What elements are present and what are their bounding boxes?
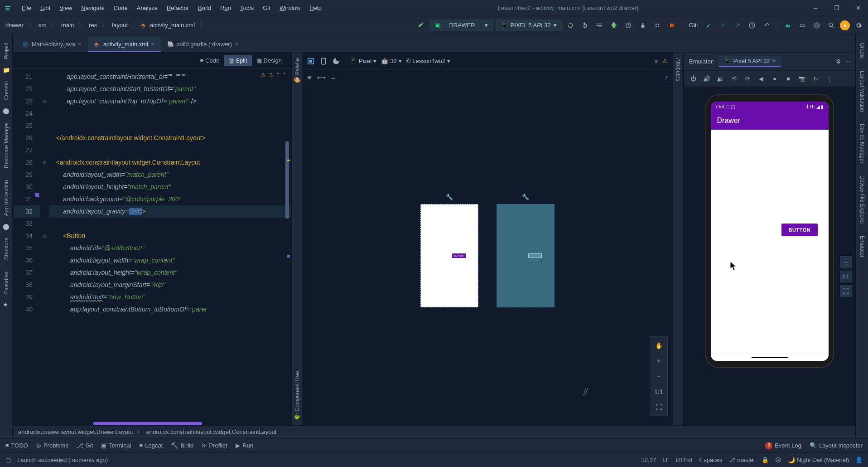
reload-emu-icon[interactable]: ↻ [810,74,820,84]
status-inspection-icon[interactable]: 👤 [855,457,863,463]
editor-breadcrumb-item[interactable]: androidx.drawerlayout.widget.DrawerLayou… [18,428,133,435]
design-surface[interactable]: 🔧 BUTTON 🔧 ⫽ [302,86,672,425]
run-config-dropdown[interactable]: ▣ DRAWER ▾ [429,19,493,31]
horizontal-scrollbar[interactable] [93,422,202,425]
breadcrumb-item[interactable]: main [59,21,76,29]
avd-icon[interactable]: ▭ [796,19,808,31]
layout-preview-light[interactable]: 🔧 BUTTON [420,204,478,307]
phone-screen[interactable]: 7:54 ⬚ ⬚ LTE ◢ ▮ Drawer BUTTON [711,102,829,361]
device-select[interactable]: 📱 Pixel ▾ [350,58,376,64]
debug-icon[interactable] [608,19,620,31]
vertical-scrollbar[interactable] [285,141,289,219]
default-margins-icon[interactable]: ⫠ [330,74,336,81]
bottom-todo[interactable]: ≡ TODO [5,442,28,449]
zoom-reset[interactable]: 1:1 [653,386,665,398]
git-push-icon[interactable]: ↗ [732,19,743,31]
status-theme[interactable]: 🌙 Night Owl (Material) [788,457,849,463]
warning-icon[interactable]: ⚠ [662,58,668,64]
menu-file[interactable]: File [17,3,36,13]
help-icon[interactable]: ? [665,74,668,81]
emulator-device-tab[interactable]: 📱Pixel 5 API 32 × [719,56,781,67]
orientation-icon[interactable] [319,57,328,65]
wrench-icon[interactable]: 🔧 [522,194,529,200]
surface-select-icon[interactable] [307,57,315,65]
button-element-bp[interactable] [528,253,542,258]
menu-view[interactable]: View [55,3,77,13]
theme-select[interactable]: © LessonTwo2 ▾ [406,58,451,64]
menu-window[interactable]: Window [275,3,305,13]
sdk-icon[interactable] [811,19,823,31]
menu-navigate[interactable]: Navigate [77,3,109,13]
breadcrumb-item[interactable]: src [37,21,48,29]
attach-debugger-icon[interactable] [637,19,649,31]
tab-gradle[interactable]: Gradle [858,38,866,63]
profile-icon[interactable] [622,19,634,31]
maximize-button[interactable]: ❐ [830,3,843,13]
code-editor[interactable]: app:layout_constraintHorizontal_bi="" ""… [49,69,291,425]
zoom-in-icon[interactable]: ＋ [653,355,665,367]
bottom-git[interactable]: ⎇ Git [77,442,93,449]
view-code-button[interactable]: ≡ Code [196,55,224,66]
minimize-button[interactable]: ─ [810,3,821,13]
fold-gutter[interactable]: ⊟ ⊟ ⊟ [40,69,49,425]
rotate-right-icon[interactable]: ⟳ [743,74,752,84]
bottom-event-log[interactable]: 2 Event Log [765,442,801,449]
git-rollback-icon[interactable]: ↶ [761,19,772,31]
hammer-icon[interactable] [415,19,427,31]
overview-icon[interactable]: ■ [783,74,793,84]
menu-refactor[interactable]: Refactor [162,3,193,13]
bottom-profiler[interactable]: ⟳ Profiler [202,442,227,449]
menu-code[interactable]: Code [109,3,132,13]
menu-run[interactable]: Run [216,3,236,13]
zoom-fit-icon[interactable]: ⛶ [653,401,665,413]
apply-code-icon[interactable] [593,19,605,31]
git-history-icon[interactable] [746,19,758,31]
tab-emulator[interactable]: Emulator [858,231,866,262]
rotate-left-icon[interactable]: ⟲ [729,74,739,84]
menu-analyze[interactable]: Analyze [132,3,162,13]
wrench-icon[interactable]: 🔧 [446,194,453,200]
close-tab-icon[interactable]: × [78,40,82,48]
power-icon[interactable]: ⏻ [688,74,698,84]
palette-tab[interactable]: 🎨Palette [292,53,302,89]
bottom-logcat[interactable]: ≡ Logcat [140,442,163,449]
menu-tools[interactable]: Tools [236,3,258,13]
menu-edit[interactable]: Edit [36,3,55,13]
tab-favorites[interactable]: Favorites [2,267,10,298]
emu-zoom-in[interactable]: ＋ [840,256,852,268]
tab-device-file-explorer[interactable]: Device File Explorer [858,171,866,229]
app-quality-icon[interactable] [782,19,794,31]
tab-device-manager[interactable]: Device Manager [858,119,866,168]
expand-status-icon[interactable]: ▢ [5,457,11,463]
bottom-problems[interactable]: ⊘ Problems [36,442,68,449]
status-line-ending[interactable]: LF [662,457,669,463]
api-select[interactable]: 🤖 32 ▾ [381,58,401,64]
close-button[interactable]: ✕ [852,3,864,13]
rerun-icon[interactable] [564,19,576,31]
phone-content-area[interactable]: BUTTON [711,130,829,354]
zoom-out-icon[interactable]: － [653,370,665,382]
account-avatar[interactable]: ● [840,20,850,30]
status-encoding[interactable]: UTF-8 [676,457,693,463]
screenshot-icon[interactable]: 📷 [797,74,807,84]
back-icon[interactable]: ◀ [756,74,766,84]
emu-zoom-11[interactable]: 1:1 [840,271,852,282]
pan-icon[interactable]: ✋ [653,340,665,351]
editor-tab-build-gradle[interactable]: 🐘 build.gradle (:drawer) × [161,37,245,52]
more-run-icon[interactable] [651,19,663,31]
button-element[interactable]: BUTTON [452,253,466,258]
search-icon[interactable] [825,19,837,31]
editor-breadcrumb-item[interactable]: androidx.constraintlayout.widget.Constra… [146,428,277,435]
volume-down-icon[interactable]: 🔉 [715,74,725,84]
menu-build[interactable]: Build [193,3,216,13]
tab-layout-validation[interactable]: Layout Validation [858,66,866,117]
more-icon[interactable]: » [655,58,658,64]
bottom-layout-inspector[interactable]: 🔍 Layout Inspector [810,442,863,449]
tab-structure[interactable]: Structure [2,233,10,264]
view-options-icon[interactable]: 👁 [307,74,313,81]
status-git-branch[interactable]: ⎇ master [728,457,755,463]
status-lock-icon[interactable]: 🔒 [762,457,769,463]
emu-zoom-fit[interactable]: ⛶ [840,285,852,297]
bottom-run[interactable]: ▶ Run [236,442,253,449]
bottom-build[interactable]: 🔨 Build [171,442,193,449]
